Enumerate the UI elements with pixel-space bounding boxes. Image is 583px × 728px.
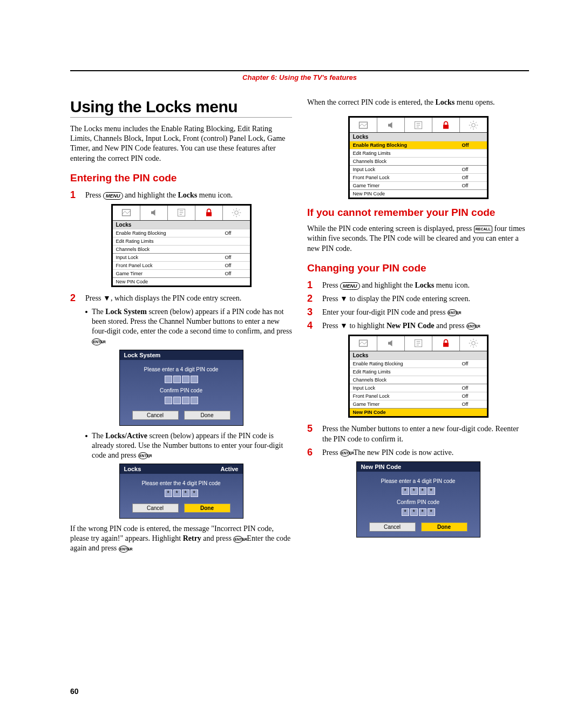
osd-row-label: Edit Rating Limits (353, 151, 462, 156)
step-c2: 2 Press ▼ to display the PIN code enteri… (307, 293, 529, 304)
osd-row: Game TimerOff (350, 181, 487, 189)
osd-row-value: Off (462, 385, 484, 391)
osd-title: Locks (350, 133, 487, 141)
osd-row-label: Input Lock (353, 385, 462, 391)
osd-row-label: Front Panel Lock (353, 393, 462, 399)
bullet-text: . (101, 337, 104, 345)
osd-row-value: Off (462, 183, 484, 188)
step-number: 3 (307, 307, 317, 318)
tab-picture-icon (350, 336, 377, 351)
step-text: Press the Number buttons to enter a new … (322, 423, 529, 445)
osd-row: Input LockOff (350, 165, 487, 173)
osd-row: Game TimerOff (113, 269, 250, 277)
step-1: 1 Press MENU and highlight the Locks men… (70, 189, 292, 201)
osd-row-value (462, 377, 484, 383)
dialog-message: Please enter a 4 digit PIN code (362, 478, 474, 484)
recall-key-icon: RECALL (474, 226, 492, 233)
enter-key-icon: ENTER (340, 450, 350, 457)
step-text: menu icon. (197, 191, 233, 199)
osd-row-label: Input Lock (116, 255, 225, 260)
osd-row-label: New PIN Code (353, 191, 462, 196)
osd-row-label: New PIN Code (116, 279, 225, 284)
subheading-changing-pin: Changing your PIN code (307, 262, 529, 274)
pin-input-boxes (165, 376, 198, 383)
osd-row-label: Front Panel Lock (116, 263, 225, 268)
wrong-pin-paragraph: If the wrong PIN code is entered, the me… (70, 524, 292, 554)
osd-row-value (462, 410, 484, 415)
osd-row: Game TimerOff (350, 400, 487, 408)
pin-input-boxes (165, 489, 198, 497)
pin-input-boxes (402, 487, 435, 495)
osd-row-value (462, 369, 484, 375)
osd-locks-menu-3: Locks Enable Rating BlockingOffEdit Rati… (348, 335, 489, 418)
intro-paragraph: The Locks menu includes the Enable Ratin… (70, 124, 292, 164)
pin-confirm-boxes (165, 397, 198, 404)
osd-row-label: Channels Block (353, 377, 462, 383)
bullet-lock-system: The Lock System screen (below) appears i… (85, 307, 292, 346)
osd-locks-menu-2: Locks Enable Rating BlockingOffEdit Rati… (348, 116, 489, 199)
osd-row: Edit Rating Limits (350, 368, 487, 376)
osd-row-label: New PIN Code (353, 410, 462, 415)
page-number: 60 (70, 687, 79, 696)
bullet-text: . (148, 451, 150, 459)
step-number: 2 (307, 293, 317, 304)
osd-row-value: Off (225, 263, 247, 268)
chapter-header: Chapter 6: Using the TV's features (70, 70, 529, 98)
osd-row: Edit Rating Limits (113, 237, 250, 245)
enter-key-icon: ENTER (138, 452, 148, 459)
osd-row: Front Panel LockOff (113, 261, 250, 269)
cancel-button: Cancel (132, 504, 179, 513)
osd-row: Enable Rating BlockingOff (350, 359, 487, 368)
bullet-text: The (92, 432, 105, 440)
osd-row: New PIN Code (350, 408, 487, 416)
menu-key-icon: MENU (340, 282, 360, 290)
osd-row: Input LockOff (350, 384, 487, 392)
bullet-dot-icon (85, 311, 87, 313)
dialog-title-left: Locks (124, 466, 141, 472)
dialog-lock-system: Lock System Please enter a 4 digit PIN c… (119, 350, 243, 426)
enter-key-icon: ENTER (233, 536, 243, 543)
step-bold: Locks (178, 191, 197, 199)
enter-key-icon: ENTER (119, 546, 128, 553)
osd-locks-menu-1: Locks Enable Rating BlockingOffEdit Rati… (111, 204, 252, 287)
svg-rect-6 (443, 125, 449, 129)
done-button: Done (421, 522, 467, 532)
bullet-dot-icon (85, 435, 87, 437)
dialog-title: Lock System (124, 352, 161, 358)
dialog-message: Please enter the 4 digit PIN code (125, 480, 238, 486)
osd-row-value (225, 247, 247, 252)
step-text: and highlight the (123, 191, 178, 199)
tab-setup-icon (168, 206, 195, 220)
osd-row-value (225, 239, 247, 244)
done-button: Done (184, 411, 231, 420)
svg-point-3 (234, 211, 238, 215)
svg-point-7 (471, 123, 475, 127)
osd-row-label: Edit Rating Limits (116, 239, 225, 244)
osd-row-value (462, 151, 484, 156)
osd-row: Enable Rating BlockingOff (350, 141, 487, 149)
tab-settings-icon (460, 336, 487, 351)
step-text: Press ▼, which displays the PIN code ent… (85, 292, 241, 304)
enter-key-icon: ENTER (466, 323, 476, 330)
osd-row-label: Edit Rating Limits (353, 369, 462, 375)
cancel-button: Cancel (132, 411, 179, 420)
osd-title: Locks (350, 351, 487, 359)
tab-setup-icon (405, 336, 432, 351)
dialog-message: Confirm PIN code (125, 387, 238, 393)
tab-picture-icon (113, 206, 140, 220)
osd-row: New PIN Code (350, 189, 487, 198)
tab-locks-icon (195, 206, 223, 220)
subheading-entering-pin: Entering the PIN code (70, 172, 292, 184)
osd-row: Channels Block (113, 245, 250, 253)
step-text: Press ▼ to display the PIN code entering… (322, 293, 470, 304)
step-c4: 4 Press ▼ to highlight New PIN Code and … (307, 320, 529, 331)
svg-rect-2 (206, 212, 212, 216)
forgot-paragraph: While the PIN code entering screen is di… (307, 224, 529, 254)
enter-key-icon: ENTER (448, 309, 457, 316)
osd-row: Input LockOff (113, 253, 250, 261)
osd-row: Front Panel LockOff (350, 173, 487, 181)
step-number: 4 (307, 320, 317, 331)
osd-row: Front Panel LockOff (350, 392, 487, 400)
pin-confirm-boxes (402, 508, 435, 516)
osd-row-label: Game Timer (116, 271, 225, 276)
